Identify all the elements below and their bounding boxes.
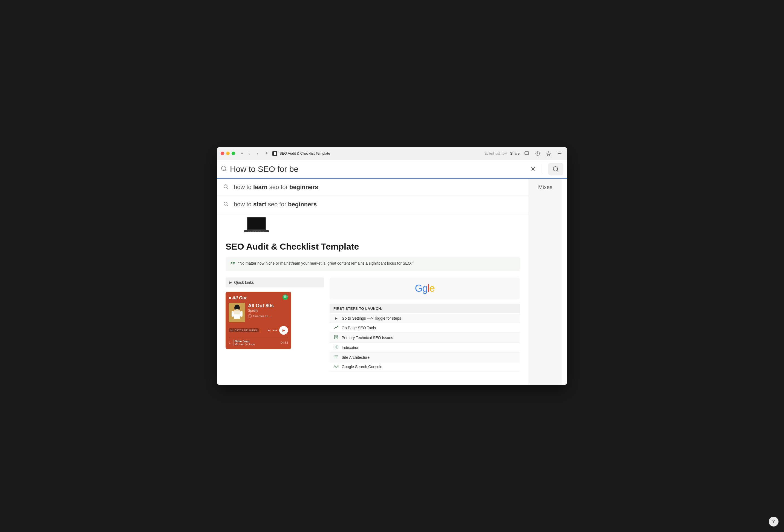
suggestion-item-1[interactable]: how to learn seo for beginners [217,179,529,196]
main-content: how to learn seo for beginners how to st… [217,179,567,385]
mixes-panel: Mixes [529,179,562,385]
quick-links-arrow-icon: ▶ [229,280,232,284]
svg-rect-18 [256,231,258,232]
spotify-save-button[interactable]: + Guardar en ... [248,314,288,318]
step-item-5[interactable]: Site Architecture [330,353,520,362]
search-icon [221,165,227,173]
track-name: Billie Jean [234,340,280,343]
first-steps-header: FIRST STEPS TO LAUNCH: [330,304,520,313]
suggestion-item-2[interactable]: how to start seo for beginners [217,196,529,213]
track-number: 1 [229,341,230,344]
track-bar [233,339,233,346]
step-item-6[interactable]: Google Search Console [330,362,520,371]
laptop-icon-area [244,216,269,237]
step-chart-icon-2 [333,325,339,330]
add-tab-button[interactable]: + [263,150,270,157]
step-item-2[interactable]: On Page SEO Tools [330,323,520,333]
titlebar-right: Edited just now Share ••• [484,150,563,157]
step-wave-icon-6 [333,365,339,369]
minimize-button[interactable] [226,151,230,155]
spotify-controls: MUESTRA DE AUDIO ⏮ ••• ▶ [226,325,291,337]
svg-rect-31 [240,311,243,317]
spotify-header: All Out [226,292,291,303]
suggestion-search-icon-2 [223,201,228,208]
doc-icon [272,151,277,156]
spotify-more-icon[interactable]: ••• [273,328,277,333]
svg-rect-19 [258,231,259,232]
share-button[interactable]: Share [510,151,520,156]
clear-search-button[interactable]: ✕ [528,164,538,174]
spotify-track-list: 1 Billie Jean Michael Jackson 04:53 [226,337,291,349]
search-svg [221,165,227,172]
step-text-6: Google Search Console [342,365,383,369]
step-item-1[interactable]: ▶ Go to Settings —> Toggle for steps [330,314,520,323]
spotify-prev-icon[interactable]: ⏮ [268,328,271,332]
suggestions-panel: how to learn seo for beginners how to st… [217,179,529,385]
doc-title: SEO Audit & Checklist Template [226,242,520,252]
step-text-1: Go to Settings —> Toggle for steps [342,316,401,320]
quote-box: "No matter how niche or mainstream your … [226,257,520,271]
svg-rect-30 [231,311,234,317]
titlebar: ≡ ‹ › + SEO Audit & Checklist Template E… [217,147,567,160]
search-bar: ✕ [217,160,567,179]
step-item-4[interactable]: Indexation [330,343,520,353]
star-icon[interactable] [545,150,553,157]
forward-button[interactable]: › [254,150,261,157]
close-button[interactable] [221,151,224,155]
svg-rect-22 [263,231,264,232]
svg-rect-14 [250,231,251,232]
laptop-svg-icon [244,216,269,236]
comment-svg [524,151,529,156]
help-button[interactable]: ? [769,517,779,527]
svg-rect-32 [234,311,240,314]
svg-line-43 [337,348,338,348]
step-arrow-icon-1: ▶ [333,316,339,320]
spotify-playback-controls: ⏮ ••• ▶ [268,326,288,335]
more-options-icon[interactable]: ••• [556,150,563,157]
step-star-icon-4 [333,345,339,350]
spotify-dot [229,297,231,299]
search-input[interactable] [230,165,525,174]
hamburger-button[interactable]: ≡ [239,150,246,157]
search-submit-button[interactable] [548,163,563,175]
history-icon[interactable] [534,150,541,157]
comment-icon[interactable] [523,150,531,157]
svg-line-44 [337,346,338,346]
step-item-3[interactable]: Primary Technical SEO Issues [330,333,520,343]
left-column: ▶ Quick Links All Out [226,278,324,371]
step-text-5: Site Architecture [342,355,369,360]
quote-text: "No matter how niche or mainstream your … [238,261,413,265]
spotify-info: All Out 80s Spotify + Guardar en ... [248,303,288,318]
quick-links-bar[interactable]: ▶ Quick Links [226,278,324,287]
track-duration: 04:53 [280,341,288,344]
spotify-album-title: All Out 80s [248,303,288,309]
spotify-title: All Out [232,296,246,301]
search-submit-svg [553,166,559,172]
spotify-muestra-label: MUESTRA DE AUDIO [229,328,259,332]
spotify-brand: Spotify [248,309,288,312]
svg-line-45 [335,348,336,348]
spotify-play-button[interactable]: ▶ [279,326,288,335]
step-text-4: Indexation [342,345,359,350]
step-chart-icon-3 [333,335,339,340]
step-list-icon-5 [333,355,339,360]
svg-rect-0 [274,152,276,155]
spotify-logo-icon [282,295,288,301]
track-info: Billie Jean Michael Jackson [234,340,280,346]
svg-rect-21 [261,231,262,232]
laptop-spacer [217,213,529,235]
spotify-title-area: All Out [229,296,246,301]
search-divider [543,164,543,174]
back-button[interactable]: ‹ [246,150,253,157]
svg-point-4 [221,166,226,170]
star-svg [546,151,551,156]
edited-status: Edited just now [484,151,507,156]
steps-list: ▶ Go to Settings —> Toggle for steps [330,314,520,371]
svg-rect-20 [260,231,261,232]
svg-rect-17 [255,231,256,232]
spotify-track-row-1[interactable]: 1 Billie Jean Michael Jackson 04:53 [229,338,288,347]
step-text-3: Primary Technical SEO Issues [342,336,393,340]
maximize-button[interactable] [231,151,235,155]
svg-point-37 [336,346,337,347]
spotify-main-area: All Out 80s Spotify + Guardar en ... [226,303,291,325]
